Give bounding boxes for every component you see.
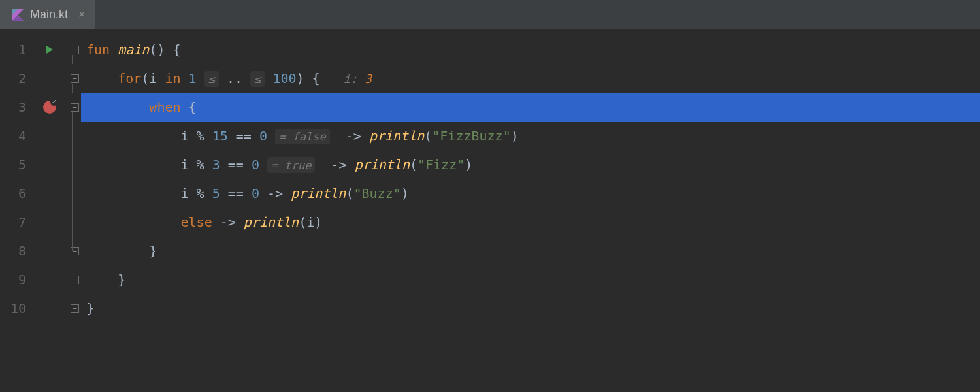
line-number: 6	[0, 179, 26, 208]
fold-toggle-icon[interactable]	[71, 276, 79, 284]
file-tab[interactable]: Main.kt ×	[0, 0, 95, 29]
code-line[interactable]: i % 3 == 0 = true -> println("Fizz")	[81, 150, 980, 179]
code-line[interactable]: fun main() {	[81, 35, 980, 64]
line-number: 10	[0, 294, 26, 323]
code-editor[interactable]: 1 2 3 4 5 6 7 8 9 10	[0, 29, 980, 392]
tab-filename: Main.kt	[30, 8, 68, 22]
code-line[interactable]: }	[81, 237, 980, 265]
fold-toggle-icon[interactable]	[71, 46, 79, 54]
fold-toggle-icon[interactable]	[71, 103, 79, 112]
code-line[interactable]: }	[81, 265, 980, 294]
inlay-hint: ≤	[204, 71, 219, 87]
fold-gutter	[68, 29, 81, 392]
debug-inline-value: i: 3	[344, 72, 372, 86]
line-number: 9	[0, 265, 26, 294]
debug-inline-value: = false	[275, 129, 330, 144]
code-line[interactable]: for(i in 1 ≤ .. ≤ 100) { i: 3	[81, 64, 980, 93]
kotlin-file-icon	[12, 8, 24, 20]
gutter-icons	[31, 29, 68, 392]
line-number: 1	[0, 35, 26, 64]
code-line[interactable]: i % 15 == 0 = false -> println("FizzBuzz…	[81, 122, 980, 150]
debug-inline-value: = true	[267, 157, 315, 173]
line-number: 7	[0, 208, 26, 237]
code-line-current[interactable]: when {	[81, 93, 980, 122]
code-line[interactable]: }	[81, 294, 980, 323]
close-tab-icon[interactable]: ×	[78, 8, 86, 22]
code-line[interactable]: else -> println(i)	[81, 208, 980, 237]
tab-bar: Main.kt ×	[0, 0, 980, 29]
line-number-gutter: 1 2 3 4 5 6 7 8 9 10	[0, 29, 31, 392]
inlay-hint: ≤	[250, 71, 265, 87]
line-number: 8	[0, 237, 26, 265]
code-line[interactable]: i % 5 == 0 -> println("Buzz")	[81, 179, 980, 208]
run-gutter-icon[interactable]	[31, 35, 68, 64]
breakpoint-icon[interactable]	[31, 93, 68, 122]
code-area[interactable]: fun main() { for(i in 1 ≤ .. ≤ 100) { i:…	[81, 29, 980, 392]
fold-toggle-icon[interactable]	[71, 74, 79, 83]
line-number: 2	[0, 64, 26, 93]
fold-toggle-icon[interactable]	[71, 304, 79, 313]
line-number: 4	[0, 122, 26, 150]
line-number: 5	[0, 150, 26, 179]
line-number: 3	[0, 93, 26, 122]
